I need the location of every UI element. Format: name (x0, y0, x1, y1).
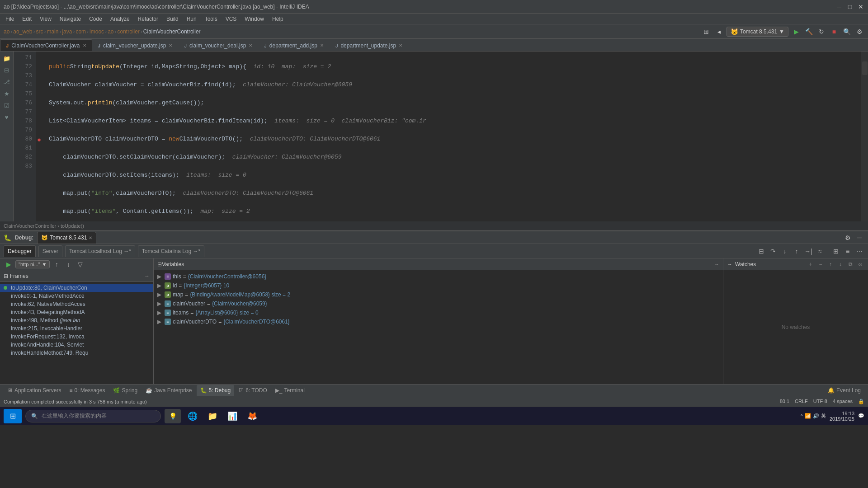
stop-button[interactable]: ■ (829, 27, 839, 37)
back-icon[interactable]: ◂ (714, 27, 724, 37)
breadcrumb-com[interactable]: com (75, 28, 86, 35)
run-to-cursor-icon[interactable]: →| (803, 246, 813, 256)
start-button[interactable]: ⊞ (4, 409, 22, 423)
project-icon[interactable]: 📁 (2, 53, 12, 63)
menu-help[interactable]: Help (269, 15, 287, 23)
tab-app-servers[interactable]: 🖥 Application Servers (4, 385, 65, 396)
frame-item-1[interactable]: invoke0:-1, NativeMethodAcce (0, 292, 153, 300)
menu-file[interactable]: File (2, 15, 18, 23)
debug-minimize-icon[interactable]: ─ (854, 233, 864, 243)
breadcrumb-imooc[interactable]: imooc (90, 28, 104, 35)
minimize-button[interactable]: ─ (835, 3, 843, 10)
up-watch-button[interactable]: ↑ (826, 260, 835, 268)
tab-java-enterprise[interactable]: ☕ Java Enterprise (142, 385, 195, 396)
debug-tab-localhost-log[interactable]: Tomcat Localhost Log →* (65, 245, 135, 257)
event-log-tab[interactable]: 🔔 Event Log (824, 385, 864, 396)
menu-code[interactable]: Code (85, 15, 106, 23)
frame-item-2[interactable]: invoke:62, NativeMethodAcces (0, 300, 153, 308)
breadcrumb-controller[interactable]: controller (117, 28, 139, 35)
tab-department-update[interactable]: J department_update.jsp ✕ (330, 39, 408, 51)
debug-tab-server[interactable]: Server (38, 245, 62, 257)
var-iteams[interactable]: ▶ ≡ iteams = {ArrayList@6060} size = 0 (154, 308, 723, 317)
debug-tab-catalina-log[interactable]: Tomcat Catalina Log →* (138, 245, 204, 257)
tab-claim-voucher-update[interactable]: J claim_voucher_update.jsp ✕ (92, 39, 179, 51)
structure-icon[interactable]: ⊟ (2, 65, 12, 75)
breadcrumb-ao[interactable]: ao (108, 28, 113, 35)
variables-icon[interactable]: ≡ (843, 246, 853, 256)
breadcrumb-main[interactable]: main (47, 28, 58, 35)
remove-watch-button[interactable]: − (816, 260, 825, 268)
expand-icon[interactable]: ▶ (157, 319, 163, 325)
var-map[interactable]: ▶ p map = {BindingAwareModelMap@6058} si… (154, 290, 723, 299)
var-claim-voucher-dto[interactable]: ▶ ≡ claimVoucherDTO = {ClaimVoucherDTO@6… (154, 317, 723, 326)
bookmark-icon[interactable]: ★ (2, 89, 12, 99)
frame-item-0[interactable]: toUpdate:80, ClaimVoucherCon (0, 284, 153, 292)
tab-close-icon[interactable]: ✕ (249, 43, 252, 48)
var-this[interactable]: ▶ ≡ this = {ClaimVoucherController@6056} (154, 272, 723, 281)
taskbar-firefox[interactable]: 🦊 (244, 409, 260, 423)
frame-item-8[interactable]: invokeHandleMethod:749, Requ (0, 349, 153, 357)
tab-close-icon[interactable]: ✕ (320, 43, 324, 48)
settings-icon[interactable]: ⚙ (854, 27, 864, 37)
tab-close-icon[interactable]: ✕ (399, 43, 402, 48)
encoding[interactable]: UTF-8 (813, 399, 827, 404)
down-watch-button[interactable]: ↓ (836, 260, 844, 268)
debug-icon[interactable]: 🐛 (4, 234, 11, 241)
menu-tools[interactable]: Tools (201, 15, 221, 23)
code-editor[interactable]: public String toUpdate(Integer id,Map<St… (45, 52, 861, 221)
debug-tab-debugger[interactable]: Debugger (4, 245, 36, 257)
menu-view[interactable]: View (36, 15, 55, 23)
breadcrumb-class[interactable]: ClaimVoucherController (143, 28, 201, 35)
breadcrumb-src[interactable]: src (36, 28, 43, 35)
tomcat-selector[interactable]: 🐱 Tomcat 8.5.431 ▼ (726, 27, 788, 37)
expand-icon[interactable]: ▶ (157, 282, 163, 289)
menu-navigate[interactable]: Navigate (56, 15, 85, 23)
menu-edit[interactable]: Edit (19, 15, 35, 23)
menu-refactor[interactable]: Refactor (134, 15, 162, 23)
menu-window[interactable]: Window (241, 15, 268, 23)
more-icon[interactable]: ⋯ (854, 246, 864, 256)
tab-spring[interactable]: 🌿 Spring (109, 385, 141, 396)
frame-item-3[interactable]: invoke:43, DelegatingMethodA (0, 308, 153, 316)
taskbar-search[interactable]: 🔍 在这里输入你要搜索的内容 (25, 410, 161, 422)
expand-icon[interactable]: ▶ (157, 273, 163, 280)
menu-vcs[interactable]: VCS (222, 15, 241, 23)
taskbar-intellij[interactable]: 💡 (165, 409, 181, 423)
expand-icon[interactable]: ▶ (157, 300, 163, 307)
thread-dropdown[interactable]: "http-ni..." ▼ (15, 260, 50, 268)
tab-department-add[interactable]: J department_add.jsp ✕ (258, 39, 330, 51)
frame-item-6[interactable]: invokeForRequest:132, Invoca (0, 333, 153, 341)
search-icon[interactable]: 🔍 (842, 27, 852, 37)
tab-claim-voucher-controller[interactable]: J ClaimVoucherController.java ✕ (0, 39, 92, 51)
tab-close-icon[interactable]: ✕ (169, 43, 172, 48)
filter-frames-icon[interactable]: ▽ (75, 259, 85, 269)
indent[interactable]: 4 spaces (833, 399, 853, 404)
todo-icon[interactable]: ☑ (2, 100, 12, 110)
lang-indicator[interactable]: 英 (821, 413, 826, 419)
breadcrumb-ao-web[interactable]: ao_web (13, 28, 32, 35)
taskbar-chrome[interactable]: 🌐 (184, 409, 201, 423)
maximize-button[interactable]: □ (846, 3, 854, 10)
menu-analyze[interactable]: Analyze (107, 15, 133, 23)
breadcrumb-java[interactable]: java (62, 28, 72, 35)
tab-todo[interactable]: ☑ 6: TODO (235, 385, 271, 396)
tab-messages[interactable]: ≡ 0: Messages (66, 385, 108, 396)
tab-debug[interactable]: 🐛 5: Debug (197, 385, 235, 396)
breadcrumb-ao[interactable]: ao (4, 28, 9, 35)
run-button[interactable]: ▶ (791, 27, 801, 37)
frames-icon[interactable]: ⊞ (831, 246, 841, 256)
tab-terminal[interactable]: ▶_ Terminal (272, 385, 308, 396)
step-out-icon[interactable]: ↑ (792, 246, 802, 256)
menu-run[interactable]: Run (183, 15, 200, 23)
var-id[interactable]: ▶ p id = {Integer@6057} 10 (154, 281, 723, 290)
taskbar-app4[interactable]: 📊 (224, 409, 241, 423)
var-claim-voucher[interactable]: ▶ ≡ claimVoucher = {ClaimVoucher@6059} (154, 299, 723, 308)
up-frame-icon[interactable]: ↑ (52, 259, 61, 269)
git-icon[interactable]: ⎇ (2, 77, 12, 87)
frame-item-7[interactable]: invokeAndHandle:104, Servlet (0, 341, 153, 349)
line-ending[interactable]: CRLF (795, 399, 808, 404)
step-over-icon[interactable]: ↷ (768, 246, 778, 256)
taskbar-explorer[interactable]: 📁 (204, 409, 221, 423)
notification-icon[interactable]: 💬 (858, 413, 864, 419)
reload-button[interactable]: ↻ (816, 27, 826, 37)
